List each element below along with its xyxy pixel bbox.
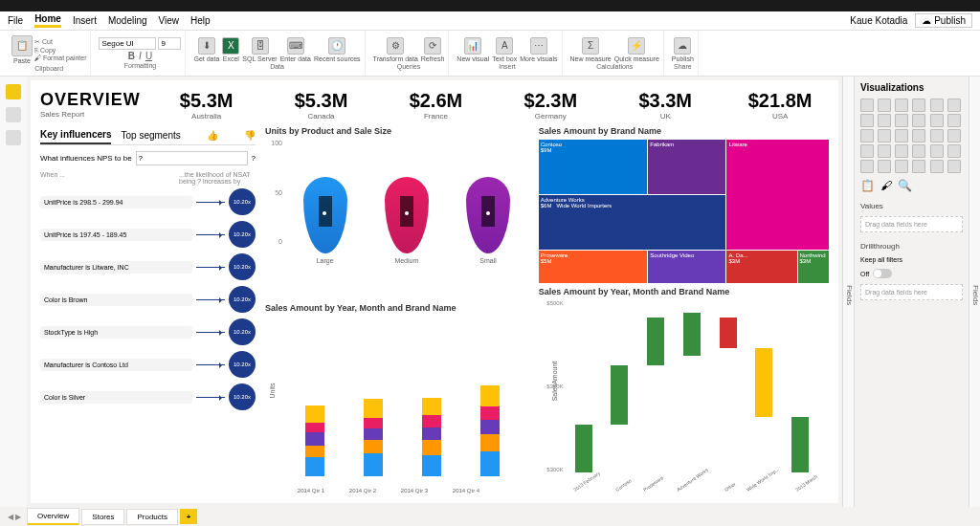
viz-type-icon[interactable] bbox=[860, 114, 874, 127]
quick-measure-button[interactable]: ⚡Quick measure bbox=[614, 37, 659, 62]
model-view-icon[interactable] bbox=[6, 130, 21, 145]
influencer-item[interactable]: Color is Brown10.20x bbox=[40, 286, 256, 313]
viz-type-icon[interactable] bbox=[947, 144, 961, 158]
tab-key-influencers[interactable]: Key influencers bbox=[40, 126, 111, 144]
publish-ribbon-button[interactable]: ☁Publish bbox=[672, 37, 694, 62]
excel-button[interactable]: XExcel bbox=[222, 37, 239, 62]
viz-type-icon[interactable] bbox=[860, 99, 874, 112]
violin-title: Units by Product and Sale Size bbox=[265, 126, 529, 136]
viz-type-icon[interactable] bbox=[930, 114, 944, 127]
next-page-icon[interactable]: ▶ bbox=[15, 513, 21, 521]
viz-type-icon[interactable] bbox=[860, 129, 874, 142]
viz-type-icon[interactable] bbox=[878, 144, 891, 158]
refresh-button[interactable]: ⟳Refresh bbox=[421, 37, 445, 62]
viz-type-icon[interactable] bbox=[930, 99, 944, 112]
font-size-select[interactable] bbox=[158, 37, 181, 50]
influencer-item[interactable]: UnitPrice is 197.45 - 189.4510.20x bbox=[40, 221, 256, 248]
values-label: Values bbox=[860, 202, 963, 210]
tab-top-segments[interactable]: Top segments bbox=[121, 127, 180, 143]
viz-type-icon[interactable] bbox=[878, 129, 891, 142]
analytics-tab-icon[interactable]: 🔍 bbox=[898, 179, 912, 192]
viz-type-icon[interactable] bbox=[895, 160, 908, 173]
sql-button[interactable]: 🗄SQL Server bbox=[242, 37, 277, 62]
transform-button[interactable]: ⚙Transform data bbox=[373, 37, 418, 62]
paste-button[interactable]: 📋Paste bbox=[11, 35, 33, 64]
viz-type-icon[interactable] bbox=[912, 160, 925, 173]
influencer-item[interactable]: Manufacturer is Litware, INC10.20x bbox=[40, 253, 256, 280]
format-painter-button[interactable]: 🖌 Format painter bbox=[34, 55, 86, 61]
copy-button[interactable]: ⎘ Copy bbox=[34, 47, 86, 54]
tab-products[interactable]: Products bbox=[126, 509, 178, 525]
publish-button[interactable]: ☁ Publish bbox=[915, 13, 972, 28]
fields-collapse[interactable]: Fields bbox=[842, 77, 854, 507]
viz-type-icon[interactable] bbox=[947, 129, 961, 142]
viz-type-icon[interactable] bbox=[912, 114, 925, 127]
text-box-button[interactable]: AText box bbox=[492, 37, 517, 62]
viz-type-icon[interactable] bbox=[930, 160, 944, 173]
viz-type-icon[interactable] bbox=[912, 144, 925, 158]
viz-type-icon[interactable] bbox=[895, 114, 908, 127]
ribbon-chart[interactable]: Units 2014 Qtr 1 2014 Qtr 2 2014 Qtr 3 2… bbox=[265, 317, 529, 493]
viz-type-icon[interactable] bbox=[912, 99, 925, 112]
menu-home[interactable]: Home bbox=[34, 13, 61, 28]
viz-type-icon[interactable] bbox=[930, 129, 944, 142]
viz-gallery bbox=[860, 99, 963, 173]
key-influencers-visual[interactable]: Key influencers Top segments 👍 👎 What in… bbox=[40, 126, 256, 493]
viz-type-icon[interactable] bbox=[860, 160, 874, 173]
cut-button[interactable]: ✂ Cut bbox=[34, 38, 86, 46]
influencer-item[interactable]: Manufacturer is Contoso Ltd10.20x bbox=[40, 351, 256, 378]
fields-tab-icon[interactable]: 📋 bbox=[860, 179, 875, 192]
thumbs-down-icon[interactable]: 👎 bbox=[244, 130, 256, 141]
viz-type-icon[interactable] bbox=[930, 144, 944, 158]
viz-type-icon[interactable] bbox=[947, 160, 961, 173]
menu-insert[interactable]: Insert bbox=[73, 15, 97, 26]
new-visual-button[interactable]: 📊New visual bbox=[457, 37, 489, 62]
viz-pane-title: Visualizations bbox=[860, 82, 963, 93]
viz-type-icon[interactable] bbox=[895, 129, 908, 142]
tab-stores[interactable]: Stores bbox=[81, 509, 124, 525]
new-measure-button[interactable]: ΣNew measure bbox=[570, 37, 612, 62]
treemap-chart[interactable]: Contoso$9M Fabrikam Litware Adventure Wo… bbox=[539, 140, 829, 283]
drill-dropzone[interactable]: Drag data fields here bbox=[860, 284, 963, 300]
viz-type-icon[interactable] bbox=[878, 114, 891, 127]
violin-chart[interactable]: 100500 Large Medium Small bbox=[265, 140, 529, 299]
prev-page-icon[interactable]: ◀ bbox=[8, 513, 13, 521]
viz-type-icon[interactable] bbox=[860, 144, 874, 158]
drillthrough-label: Drillthrough bbox=[860, 242, 963, 251]
influencer-item[interactable]: StockType is High10.20x bbox=[40, 318, 256, 345]
thumbs-up-icon[interactable]: 👍 bbox=[207, 130, 218, 141]
menu-view[interactable]: View bbox=[159, 15, 180, 26]
menu-file[interactable]: File bbox=[8, 15, 23, 26]
menu-modeling[interactable]: Modeling bbox=[108, 15, 147, 26]
menu-help[interactable]: Help bbox=[190, 15, 211, 26]
viz-type-icon[interactable] bbox=[912, 129, 925, 142]
waterfall-chart[interactable]: SalesAmount $500K$350K$300K 2013 Februar… bbox=[539, 300, 829, 493]
influencer-item[interactable]: UnitPrice is 298.5 - 299.9410.20x bbox=[40, 188, 256, 215]
bold-button[interactable]: B bbox=[128, 51, 135, 61]
add-page-button[interactable]: + bbox=[180, 509, 197, 524]
underline-button[interactable]: U bbox=[145, 51, 152, 61]
italic-button[interactable]: I bbox=[139, 51, 142, 61]
influencer-item[interactable]: Color is Silver10.20x bbox=[40, 384, 256, 410]
recent-button[interactable]: 🕐Recent sources bbox=[314, 37, 361, 62]
data-view-icon[interactable] bbox=[6, 107, 21, 122]
viz-type-icon[interactable] bbox=[947, 114, 961, 127]
kpi-france: $2.6MFrance bbox=[387, 90, 484, 121]
kpi-germany: $2.3MGermany bbox=[501, 90, 599, 121]
viz-type-icon[interactable] bbox=[895, 99, 908, 112]
viz-type-icon[interactable] bbox=[878, 99, 891, 112]
report-view-icon[interactable] bbox=[6, 84, 21, 99]
values-dropzone[interactable]: Drag data fields here bbox=[860, 216, 963, 232]
format-tab-icon[interactable]: 🖌 bbox=[880, 179, 892, 192]
viz-type-icon[interactable] bbox=[895, 144, 908, 158]
viz-type-icon[interactable] bbox=[878, 160, 891, 173]
tab-overview[interactable]: Overview bbox=[27, 508, 79, 525]
get-data-button[interactable]: ⬇Get data bbox=[193, 37, 219, 62]
keep-filters-toggle[interactable] bbox=[873, 269, 892, 278]
enter-data-button[interactable]: ⌨Enter data bbox=[280, 37, 311, 62]
viz-type-icon[interactable] bbox=[947, 99, 961, 112]
more-visuals-button[interactable]: ⋯More visuals bbox=[520, 37, 557, 62]
influence-dropdown[interactable]: ? bbox=[136, 151, 248, 165]
fields-pane-collapse[interactable]: Fields bbox=[969, 77, 980, 507]
font-select[interactable] bbox=[99, 37, 156, 50]
